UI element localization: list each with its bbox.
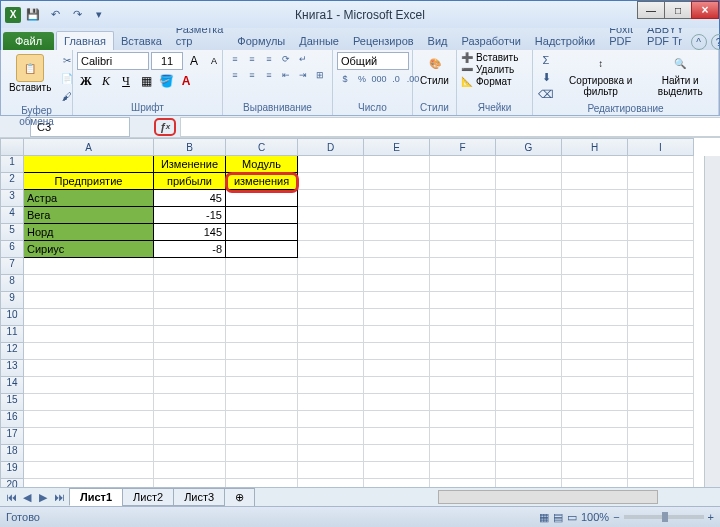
cell-B4[interactable]: -15 (154, 207, 226, 224)
cell-C2[interactable]: изменения (226, 173, 298, 190)
cell-H6[interactable] (562, 241, 628, 258)
cell-A11[interactable] (24, 326, 154, 343)
cell-I1[interactable] (628, 156, 694, 173)
cell-B8[interactable] (154, 275, 226, 292)
cell-D4[interactable] (298, 207, 364, 224)
cell-D14[interactable] (298, 377, 364, 394)
cell-G10[interactable] (496, 309, 562, 326)
cell-C4[interactable] (226, 207, 298, 224)
increase-font-button[interactable]: A (185, 52, 203, 70)
cell-I5[interactable] (628, 224, 694, 241)
cell-I2[interactable] (628, 173, 694, 190)
increase-decimal-button[interactable]: .0 (388, 72, 404, 86)
cell-I20[interactable] (628, 479, 694, 487)
cell-G8[interactable] (496, 275, 562, 292)
cell-G14[interactable] (496, 377, 562, 394)
cell-I10[interactable] (628, 309, 694, 326)
cell-D12[interactable] (298, 343, 364, 360)
tab-view[interactable]: Вид (421, 32, 455, 50)
cell-E11[interactable] (364, 326, 430, 343)
clear-button[interactable]: ⌫ (537, 86, 555, 102)
cell-E4[interactable] (364, 207, 430, 224)
row-header-16[interactable]: 16 (0, 411, 24, 428)
border-button[interactable]: ▦ (137, 72, 155, 90)
row-header-8[interactable]: 8 (0, 275, 24, 292)
cell-A12[interactable] (24, 343, 154, 360)
orientation-button[interactable]: ⟳ (278, 52, 294, 66)
cell-H11[interactable] (562, 326, 628, 343)
cell-I3[interactable] (628, 190, 694, 207)
cell-C10[interactable] (226, 309, 298, 326)
cell-A16[interactable] (24, 411, 154, 428)
row-header-7[interactable]: 7 (0, 258, 24, 275)
cell-E6[interactable] (364, 241, 430, 258)
row-header-5[interactable]: 5 (0, 224, 24, 241)
cell-H20[interactable] (562, 479, 628, 487)
cell-D15[interactable] (298, 394, 364, 411)
cell-F6[interactable] (430, 241, 496, 258)
cell-I7[interactable] (628, 258, 694, 275)
sheet-nav-first[interactable]: ⏮ (4, 490, 18, 504)
cell-A15[interactable] (24, 394, 154, 411)
cell-I16[interactable] (628, 411, 694, 428)
cell-I11[interactable] (628, 326, 694, 343)
cell-B10[interactable] (154, 309, 226, 326)
delete-cells-button[interactable]: ➖Удалить (461, 64, 514, 75)
cell-I6[interactable] (628, 241, 694, 258)
cell-I8[interactable] (628, 275, 694, 292)
col-header-D[interactable]: D (298, 138, 364, 156)
fill-color-button[interactable]: 🪣 (157, 72, 175, 90)
tab-data[interactable]: Данные (292, 32, 346, 50)
cell-B15[interactable] (154, 394, 226, 411)
row-header-1[interactable]: 1 (0, 156, 24, 173)
tab-home[interactable]: Главная (56, 31, 114, 50)
cell-I15[interactable] (628, 394, 694, 411)
cell-H17[interactable] (562, 428, 628, 445)
cell-D10[interactable] (298, 309, 364, 326)
cell-F3[interactable] (430, 190, 496, 207)
row-header-17[interactable]: 17 (0, 428, 24, 445)
cell-I14[interactable] (628, 377, 694, 394)
cell-A8[interactable] (24, 275, 154, 292)
cell-A4[interactable]: Вега (24, 207, 154, 224)
col-header-I[interactable]: I (628, 138, 694, 156)
row-header-9[interactable]: 9 (0, 292, 24, 309)
view-normal-icon[interactable]: ▦ (539, 511, 549, 524)
cell-D3[interactable] (298, 190, 364, 207)
cell-F19[interactable] (430, 462, 496, 479)
cell-I9[interactable] (628, 292, 694, 309)
percent-button[interactable]: % (354, 72, 370, 86)
cell-F15[interactable] (430, 394, 496, 411)
sheet-nav-last[interactable]: ⏭ (52, 490, 66, 504)
cell-E12[interactable] (364, 343, 430, 360)
cell-E7[interactable] (364, 258, 430, 275)
cell-H14[interactable] (562, 377, 628, 394)
cell-A10[interactable] (24, 309, 154, 326)
view-break-icon[interactable]: ▭ (567, 511, 577, 524)
redo-button[interactable]: ↷ (67, 5, 87, 25)
cell-E15[interactable] (364, 394, 430, 411)
zoom-level[interactable]: 100% (581, 511, 609, 523)
col-header-H[interactable]: H (562, 138, 628, 156)
cell-F20[interactable] (430, 479, 496, 487)
cells-area[interactable]: ИзменениеМодульПредприятиеприбылиизменен… (24, 156, 720, 487)
underline-button[interactable]: Ч (117, 72, 135, 90)
cell-E18[interactable] (364, 445, 430, 462)
tab-file[interactable]: Файл (3, 32, 54, 50)
cell-B11[interactable] (154, 326, 226, 343)
cell-B20[interactable] (154, 479, 226, 487)
cell-B12[interactable] (154, 343, 226, 360)
cell-H5[interactable] (562, 224, 628, 241)
styles-button[interactable]: 🎨 Стили (417, 52, 452, 86)
cell-F13[interactable] (430, 360, 496, 377)
cell-F5[interactable] (430, 224, 496, 241)
cell-B5[interactable]: 145 (154, 224, 226, 241)
cell-F2[interactable] (430, 173, 496, 190)
cell-H1[interactable] (562, 156, 628, 173)
save-button[interactable]: 💾 (23, 5, 43, 25)
cell-H3[interactable] (562, 190, 628, 207)
cell-D19[interactable] (298, 462, 364, 479)
cell-G11[interactable] (496, 326, 562, 343)
align-middle-button[interactable]: ≡ (244, 52, 260, 66)
align-right-button[interactable]: ≡ (261, 68, 277, 82)
